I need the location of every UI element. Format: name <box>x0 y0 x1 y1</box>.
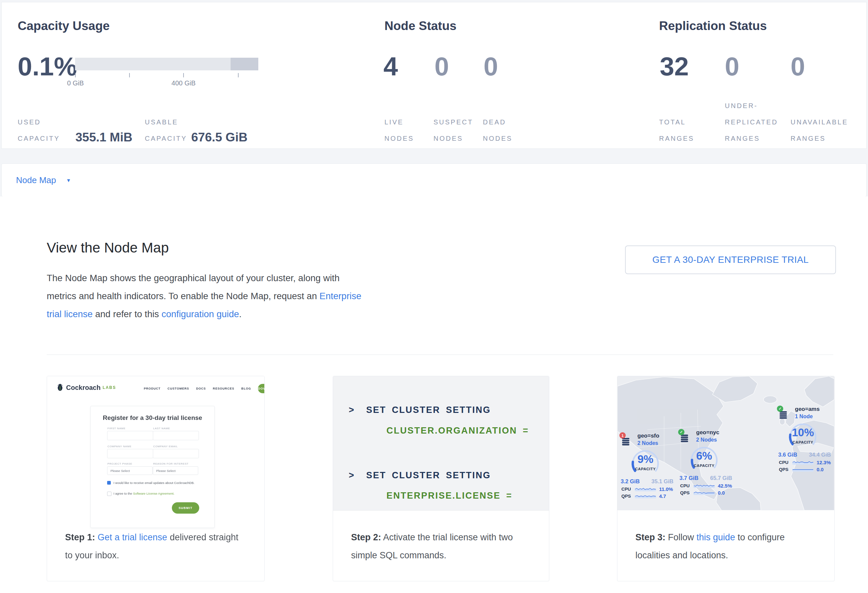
qps-sparkline <box>694 490 715 495</box>
company-email-label: COMPANY EMAIL <box>153 445 178 448</box>
capacity-gauge: 9% CAPACITY <box>627 448 664 477</box>
used-capacity-value: 355.1 MiB <box>75 130 133 144</box>
site-nav-resources: RESOURCES <box>213 387 234 390</box>
cockroach-icon <box>56 384 64 391</box>
get-trial-license-link[interactable]: Get a trial license <box>98 532 168 542</box>
node-map-screenshot: 1 geo=sfo 2 Nodes 9% CAPACITY <box>617 376 834 510</box>
cpu-sparkline <box>635 487 656 491</box>
first-name-field <box>107 431 153 440</box>
license-agreement-text: I agree to the Software License Agreemen… <box>114 491 174 495</box>
check-badge-icon: ✓ <box>678 429 685 435</box>
this-guide-link[interactable]: this guide <box>697 532 735 542</box>
locality-sfo: 1 geo=sfo 2 Nodes 9% CAPACITY <box>621 432 673 499</box>
step-2-caption: Step 2: Activate the trial license with … <box>351 528 537 564</box>
enterprise-trial-license-link[interactable]: trial license <box>47 309 93 319</box>
get-enterprise-trial-button[interactable]: GET A 30-DAY ENTERPRISE TRIAL <box>625 246 836 274</box>
node-map-promo-section: View the Node Map The Node Map shows the… <box>0 196 868 593</box>
chevron-down-icon[interactable]: ▼ <box>66 177 71 183</box>
capacity-axis-tick <box>238 73 239 77</box>
step-1-card: Cockroach LABS PRODUCT CUSTOMERS DOCS RE… <box>47 376 265 581</box>
capacity-percent: 10% <box>784 426 822 439</box>
capacity-used-percent: 0.1% <box>18 53 77 80</box>
live-nodes-label: LIVE NODES <box>384 114 421 147</box>
capacity-axis-tick <box>75 73 76 77</box>
site-nav-docs: DOCS <box>196 387 206 390</box>
step-1-caption: Step 1: Get a trial license delivered st… <box>65 528 253 564</box>
suspect-nodes-count: 0 <box>434 53 449 80</box>
software-license-agreement-link: Software License Agreement. <box>133 491 174 495</box>
promo-end: . <box>239 309 242 319</box>
site-nav: PRODUCT CUSTOMERS DOCS RESOURCES BLOG DO… <box>144 383 253 394</box>
cpu-row: CPU 11.0% <box>621 486 673 491</box>
locality-node-count: 2 Nodes <box>638 440 658 446</box>
capacity-percent: 9% <box>627 453 664 466</box>
capacity-axis-label-zero: 0 GiB <box>52 79 99 87</box>
dead-nodes-label: DEAD NODES <box>483 114 520 147</box>
step-3-label: Step 3: <box>635 532 666 542</box>
qps-sparkline <box>635 494 656 498</box>
sql-prompt: > <box>349 405 355 415</box>
logo-suffix: LABS <box>102 385 116 390</box>
capacity-bar <box>75 58 258 71</box>
project-phase-label: PROJECT PHASE <box>108 462 132 465</box>
node-map-dropdown[interactable]: Node Map <box>16 175 56 185</box>
node-status-title: Node Status <box>384 19 456 33</box>
qps-row: QPS 4.7 <box>621 493 673 499</box>
reason-select: Please Select <box>153 466 198 475</box>
license-agreement-checkbox <box>107 491 111 496</box>
configuration-guide-link[interactable]: configuration guide <box>161 309 239 319</box>
locality-node-count: 2 Nodes <box>696 437 717 443</box>
step-1-label: Step 1: <box>65 532 95 542</box>
check-badge-icon: ✓ <box>777 406 783 412</box>
promo-mid: and refer to this <box>93 309 161 319</box>
license-agreement-pre: I agree to the <box>114 491 133 495</box>
capacity-range: 3.2 GiB 35.1 GiB <box>621 478 673 485</box>
sql-command: SET CLUSTER SETTING <box>366 470 491 480</box>
reason-label: REASON FOR INTEREST <box>153 462 189 465</box>
capacity-axis-label-400: 400 GiB <box>160 79 207 87</box>
site-nav-customers: CUSTOMERS <box>168 387 189 390</box>
site-nav-product: PRODUCT <box>144 387 161 390</box>
step-3-caption: Step 3: Follow this guide to configurelo… <box>635 528 823 564</box>
qps-row: QPS 0.0 <box>680 490 732 495</box>
locality-ams: ✓ geo=ams 1 Node 10% CAPACITY <box>778 406 831 472</box>
trial-registration-screenshot: Cockroach LABS PRODUCT CUSTOMERS DOCS RE… <box>47 376 264 530</box>
capacity-label: CAPACITY <box>784 440 822 444</box>
under-replicated-ranges-label: UNDER-REPLICATED RANGES <box>725 98 790 147</box>
locality-name: geo=ams <box>795 406 819 413</box>
promo-description: The Node Map shows the geographical layo… <box>47 269 384 323</box>
capacity-range: 3.6 GiB 34.4 GiB <box>778 452 831 458</box>
logo-text: Cockroach <box>66 384 100 391</box>
enterprise-trial-license-link[interactable]: Enterprise <box>319 291 361 301</box>
sql-setting-license: ENTERPRISE.LICENSE = <box>387 491 512 500</box>
capacity-usage-title: Capacity Usage <box>18 19 110 33</box>
company-name-label: COMPANY NAME <box>108 445 131 448</box>
cpu-sparkline <box>792 460 813 465</box>
live-nodes-count: 4 <box>384 53 398 80</box>
company-name-field <box>107 449 153 458</box>
suspect-nodes-label: SUSPECT NODES <box>434 114 480 147</box>
site-download-button: DOWNLOAD <box>258 384 265 393</box>
locality-nyc: ✓ geo=nyc 2 Nodes 6% CAPACITY <box>679 429 732 496</box>
cluster-overview-page: Capacity Usage 0.1% 0 GiB 400 GiB USED C… <box>0 0 868 593</box>
capacity-label: CAPACITY <box>685 464 723 468</box>
locality-name: geo=nyc <box>696 429 719 436</box>
qps-row: QPS 0.0 <box>779 466 831 472</box>
cluster-summary-bar: Capacity Usage 0.1% 0 GiB 400 GiB USED C… <box>1 2 867 149</box>
sql-setting-organization: CLUSTER.ORGANIZATION = <box>387 425 529 436</box>
usable-capacity-label: USABLE CAPACITY <box>145 114 198 147</box>
usable-capacity-value: 676.5 GiB <box>191 130 248 144</box>
under-replicated-ranges-count: 0 <box>725 53 739 80</box>
dead-nodes-count: 0 <box>484 53 498 80</box>
warning-badge-icon: 1 <box>619 432 626 438</box>
section-divider <box>47 355 833 355</box>
sql-commands-screenshot: > SET CLUSTER SETTING CLUSTER.ORGANIZATI… <box>333 376 549 511</box>
company-email-field <box>153 449 199 458</box>
submit-button: SUBMIT <box>172 502 199 514</box>
promo-line1: The Node Map shows the geographical layo… <box>47 273 340 283</box>
registration-form: Register for a 30-day trial license FIRS… <box>90 406 215 528</box>
capacity-axis-tick <box>129 73 130 77</box>
locality-node-count: 1 Node <box>795 413 813 419</box>
page-title: View the Node Map <box>47 240 169 256</box>
unavailable-ranges-label: UNAVAILABLE RANGES <box>791 114 864 147</box>
